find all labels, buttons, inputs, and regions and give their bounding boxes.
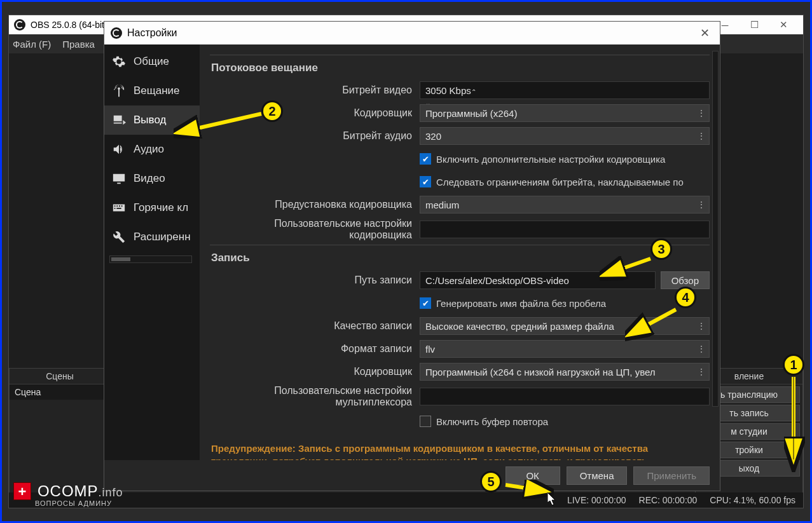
maximize-button[interactable]: ☐: [740, 15, 769, 34]
record-encoder-label: Кодировщик: [210, 366, 420, 377]
antenna-icon: [111, 84, 127, 98]
warning-text: Предупреждение: Запись с программным код…: [211, 442, 708, 460]
annotation-arrow-4: [625, 307, 682, 342]
sidebar-item-stream[interactable]: Вещание: [104, 76, 200, 105]
status-live: LIVE: 00:00:00: [567, 495, 626, 505]
scenes-header: Сцены: [10, 369, 110, 384]
video-bitrate-input[interactable]: 3050 Kbps: [420, 81, 710, 99]
annotation-arrow-1: [784, 377, 809, 472]
custom-encoder-label: Пользовательские настройки кодировщика: [210, 218, 420, 241]
scene-item[interactable]: Сцена: [10, 384, 110, 400]
dialog-title: Настройки: [127, 27, 177, 39]
obs-logo-icon: [14, 19, 25, 31]
cross-icon: +: [13, 482, 31, 500]
watermark-subtitle: ВОПРОСЫ АДМИНУ: [35, 500, 123, 507]
dialog-footer: ОК Отмена Применить: [104, 460, 720, 491]
watermark: + OCOMP.info ВОПРОСЫ АДМИНУ: [13, 482, 123, 507]
video-bitrate-label: Битрейт видео: [210, 85, 420, 96]
preset-label: Предустановка кодировщика: [210, 199, 420, 210]
monitor-icon: [111, 172, 127, 186]
annotation-bubble-1: 1: [783, 354, 804, 376]
streaming-section-title: Потоковое вещание: [211, 62, 710, 74]
record-format-label: Формат записи: [210, 343, 420, 355]
sidebar-item-general[interactable]: Общие: [104, 47, 200, 76]
annotation-bubble-2: 2: [261, 100, 283, 122]
record-path-label: Путь записи: [210, 275, 420, 286]
enforce-limits-label: Следовать ограничениям битрейта, наклады…: [436, 177, 684, 187]
annotation-arrow-2: [174, 110, 266, 139]
record-encoder-select[interactable]: Программный (x264 с низкой нагрузкой на …: [420, 363, 710, 381]
status-rec: REC: 00:00:00: [639, 495, 698, 505]
enable-advanced-label: Включить дополнительные настройки кодиро…: [436, 154, 665, 165]
svg-line-3: [603, 259, 650, 275]
streaming-section: Потоковое вещание Битрейт видео 3050 Kbp…: [210, 55, 710, 241]
checkbox-icon: [420, 176, 431, 187]
keyboard-icon: [111, 201, 127, 215]
checkbox-icon: [420, 297, 431, 309]
annotation-bubble-4: 4: [675, 287, 696, 308]
enforce-limits-checkbox[interactable]: Следовать ограничениям битрейта, наклады…: [420, 176, 710, 187]
close-window-button[interactable]: ✕: [769, 15, 798, 34]
replay-buffer-checkbox[interactable]: Включить буфер повтора: [420, 416, 710, 427]
checkbox-icon: [420, 416, 431, 427]
preset-select[interactable]: medium: [420, 196, 710, 214]
output-icon: [111, 113, 127, 127]
audio-bitrate-select[interactable]: 320: [420, 127, 710, 145]
muxer-input[interactable]: [420, 388, 710, 405]
sidebar-item-label: Видео: [134, 172, 165, 185]
annotation-bubble-3: 3: [650, 238, 672, 260]
sidebar-item-label: Аудио: [134, 143, 164, 156]
apply-button[interactable]: Применить: [633, 466, 710, 485]
annotation-bubble-5: 5: [480, 471, 502, 492]
svg-line-5: [506, 485, 546, 491]
content-vscrollbar[interactable]: [712, 51, 719, 407]
menu-file[interactable]: Файл (F): [13, 39, 51, 50]
sidebar-item-label: Горячие кл: [134, 201, 188, 214]
dialog-titlebar: Настройки ✕: [104, 22, 720, 44]
window-controls: ─ ☐ ✕: [710, 15, 798, 34]
encoder-select[interactable]: Программный (x264): [420, 104, 710, 122]
tools-icon: [111, 230, 127, 244]
sidebar-item-audio[interactable]: Аудио: [104, 135, 200, 164]
custom-encoder-input[interactable]: [420, 221, 710, 238]
sidebar-item-label: Вывод: [134, 114, 166, 126]
annotation-arrow-5: [503, 480, 554, 499]
annotation-arrow-3: [600, 256, 657, 282]
sidebar-item-advanced[interactable]: Расширенн: [104, 222, 200, 252]
replay-buffer-label: Включить буфер повтора: [436, 416, 548, 427]
watermark-suffix: .info: [99, 486, 123, 499]
sidebar-item-hotkeys[interactable]: Горячие кл: [104, 193, 200, 222]
statusbar: LIVE: 00:00:00 REC: 00:00:00 CPU: 4.1%, …: [9, 492, 803, 508]
svg-line-4: [629, 309, 676, 335]
svg-line-2: [177, 114, 261, 133]
sidebar-item-video[interactable]: Видео: [104, 164, 200, 193]
gear-icon: [111, 55, 127, 69]
sidebar-item-label: Вещание: [134, 85, 180, 97]
record-quality-label: Качество записи: [210, 320, 420, 332]
muxer-label: Пользовательские настройки мультиплексор…: [210, 385, 420, 408]
sidebar-hscrollbar[interactable]: [109, 255, 192, 263]
settings-sidebar: Общие Вещание Вывод Аудио Видео Горячие …: [104, 44, 200, 460]
checkbox-icon: [420, 153, 431, 165]
menu-edit[interactable]: Правка: [62, 39, 95, 50]
watermark-text: OCOMP: [38, 482, 99, 499]
sidebar-item-label: Общие: [134, 55, 169, 68]
nospace-label: Генерировать имя файла без пробела: [436, 298, 606, 309]
enable-advanced-checkbox[interactable]: Включить дополнительные настройки кодиро…: [420, 153, 710, 165]
cancel-button[interactable]: Отмена: [567, 466, 628, 485]
status-cpu: CPU: 4.1%, 60.00 fps: [710, 495, 795, 505]
record-format-select[interactable]: flv: [420, 340, 710, 358]
dialog-close-button[interactable]: ✕: [696, 26, 713, 40]
sidebar-item-label: Расширенн: [134, 231, 191, 243]
mouse-cursor-icon: [547, 492, 558, 506]
speaker-icon: [111, 142, 127, 156]
